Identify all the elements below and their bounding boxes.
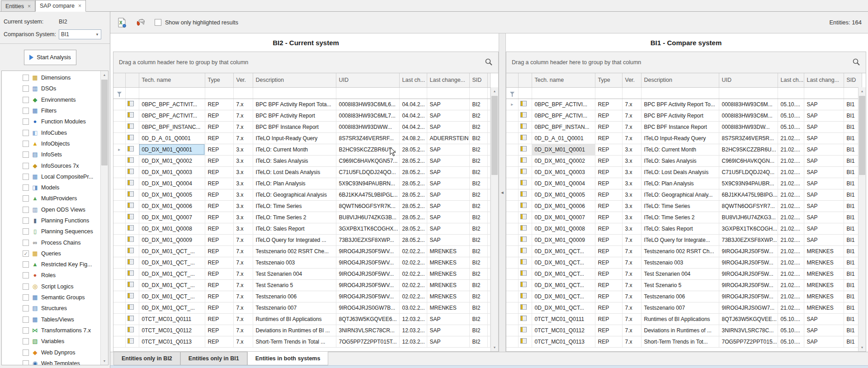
grid-cell[interactable]: 7.x (622, 132, 641, 144)
grid-cell[interactable]: Test Szenario 5 (253, 279, 336, 291)
grid-cell[interactable]: SAP (804, 212, 844, 223)
grid-cell[interactable]: REP (205, 144, 233, 155)
tree-item-models[interactable]: ◨Models (2, 182, 100, 193)
grid-cell[interactable]: BI2 (469, 302, 487, 313)
grid-cell[interactable]: REP (595, 132, 622, 144)
grid-cell[interactable]: REP (205, 291, 233, 302)
grid-cell[interactable]: 04.04.2... (399, 121, 427, 132)
grid-row[interactable]: 0TCT_MC01_Q0112REP7.xDeviations in Runti… (506, 325, 862, 336)
grid-cell[interactable]: 7.x (233, 302, 253, 313)
grid-cell[interactable]: Short-Term Trends in Total ... (253, 336, 336, 347)
scroll-up-icon[interactable]: ▲ (859, 87, 866, 95)
grid-cell[interactable]: ITeLO: Current Month (253, 144, 336, 155)
grid-cell[interactable]: BI2 (469, 336, 487, 347)
grid-cell[interactable]: REP (595, 144, 622, 155)
grid-cell[interactable]: 28.05.2... (399, 200, 427, 212)
column-header[interactable]: Ver. (622, 73, 641, 87)
grid-cell[interactable]: SAP (427, 325, 469, 336)
checkbox[interactable] (23, 327, 29, 334)
grid-cell[interactable]: REP (205, 313, 233, 325)
tree-item-planning-sequences[interactable]: ▯Planning Sequences (2, 226, 100, 237)
grid-row[interactable]: 0D_DX_M01_Q0006REP3.xITeLO: Time Series8… (113, 200, 491, 212)
grid-cell[interactable]: 8QWTN6OGFSYR7K... (336, 200, 399, 212)
grid-cell[interactable]: 0008I83HW93DWW... (336, 121, 399, 132)
column-header[interactable]: SID (844, 73, 862, 87)
grid-cell[interactable]: 21.02.... (778, 223, 804, 234)
tree-item-semantic-groups[interactable]: ▦Semantic Groups (2, 292, 100, 303)
grid-cell[interactable]: BI2 (469, 189, 487, 200)
grid-cell[interactable]: 12.03.2... (399, 336, 427, 347)
grid-cell[interactable]: REP (205, 110, 233, 121)
grid-cell[interactable]: REP (205, 223, 233, 234)
grid-cell[interactable]: REP (205, 245, 233, 257)
filter-icon[interactable] (510, 92, 514, 94)
grid-cell[interactable]: REP (205, 302, 233, 313)
scroll-up-icon[interactable]: ▲ (101, 71, 108, 79)
column-header[interactable]: Type (595, 73, 622, 87)
grid-cell[interactable]: ITeLO Input-Ready Query (641, 132, 719, 144)
grid-cell[interactable]: 0D_DX_M01_Q0007 (139, 212, 205, 223)
grid-cell[interactable]: 7.x (622, 245, 641, 257)
tree-item-dimensions[interactable]: ▦Dimensions (2, 72, 100, 83)
grid-cell[interactable]: 3.x (622, 223, 641, 234)
grid-cell[interactable]: 0008I83HW93C6M... (719, 99, 778, 110)
grid-cell[interactable]: 7.x (622, 325, 641, 336)
column-header[interactable]: Last chang... (804, 73, 844, 87)
grid-cell[interactable]: REP (595, 166, 622, 178)
grid-cell[interactable]: 0D_DX_M01_QCT... (532, 257, 595, 268)
tree-item-structures[interactable]: ▤Structures (2, 303, 100, 314)
grid-cell[interactable]: 04.04.2... (399, 110, 427, 121)
tree-item-function-modules[interactable]: ●Function Modules (2, 116, 100, 127)
grid-cell[interactable]: ITeLO: Sales Report (641, 223, 719, 234)
checkbox[interactable] (23, 184, 29, 191)
tree-item-script-logics[interactable]: ◎Script Logics (2, 281, 100, 292)
grid-cell[interactable]: SAP (804, 110, 844, 121)
grid-cell[interactable]: BPC BPF Instance Report (641, 121, 719, 132)
grid-cell[interactable]: 0D_DX_M01_Q0001 (139, 144, 205, 155)
checkbox[interactable] (23, 272, 29, 278)
grid-cell[interactable]: 3NIRN3VLSRC78CR... (336, 325, 399, 336)
tab-entities-both-systems[interactable]: Entities in both systems (247, 352, 329, 365)
column-header[interactable]: UID (336, 73, 399, 87)
grid-cell[interactable]: 0D_DX_M01_QCT_... (139, 268, 205, 279)
grid-cell[interactable]: REP (595, 313, 622, 325)
grid-cell[interactable]: 21.02.... (778, 291, 804, 302)
grid-cell[interactable]: 8QTJ63W5KGQVEE... (719, 313, 778, 325)
scroll-down-icon[interactable]: ▼ (491, 344, 498, 351)
grid-cell[interactable]: 9IROG4JRJS0F5WV... (336, 245, 399, 257)
grid-cell[interactable]: ITeLO: Sales Analysis (253, 155, 336, 166)
grid-cell[interactable]: MRENKES (804, 302, 844, 313)
grid-cell[interactable]: SAP (804, 132, 844, 144)
grid-cell[interactable]: Deviations in Runtimes of BI ... (253, 325, 336, 336)
grid-cell[interactable]: SAP (804, 325, 844, 336)
grid-cell[interactable]: REP (595, 291, 622, 302)
grid-cell[interactable]: ITeLO Input-Ready Query (253, 132, 336, 144)
grid-cell[interactable]: REP (205, 257, 233, 268)
column-header[interactable]: Last ch... (778, 73, 804, 87)
grid-cell[interactable]: BI2 (469, 99, 487, 110)
grid-row[interactable]: 0D_DX_M01_QCT_...REP7.xTest Szenarien 00… (113, 268, 491, 279)
checkbox[interactable] (23, 195, 29, 202)
grid-cell[interactable]: 9IROG4JRJS0F5WV... (336, 257, 399, 268)
tree-item-multiproviders[interactable]: ▲MultiProviders (2, 193, 100, 204)
column-header[interactable]: Tech. name (139, 73, 205, 87)
tree-item-filters[interactable]: ▦Filters (2, 105, 100, 116)
grid-cell[interactable]: REP (595, 268, 622, 279)
scroll-down-icon[interactable]: ▼ (101, 357, 108, 365)
grid-cell[interactable]: 7.x (233, 234, 253, 245)
grid-cell[interactable]: 21.02.... (778, 302, 804, 313)
grid-cell[interactable]: 0D_DX_M01_QCT_... (139, 257, 205, 268)
comparison-system-select[interactable]: BI1 ▼ (59, 29, 101, 39)
checkbox[interactable] (23, 316, 29, 323)
grid-cell[interactable]: 9IROG4JRJS0F5WV... (336, 268, 399, 279)
checkbox[interactable] (23, 228, 29, 235)
grid-cell[interactable]: 3.x (233, 223, 253, 234)
grid-cell[interactable]: REP (205, 166, 233, 178)
grid-cell[interactable]: 9IROG4JRJS0GW7B... (336, 302, 399, 313)
grid-cell[interactable]: BI2 (469, 166, 487, 178)
grid-row[interactable]: 0D_DX_M01_QCT...REP7.xTestszenario 0069I… (506, 291, 862, 302)
grid-cell[interactable]: ITeLO Query for Integrated ... (253, 234, 336, 245)
grid-cell[interactable]: 7.x (233, 268, 253, 279)
grid-cell[interactable]: REP (595, 189, 622, 200)
show-only-highlighted-option[interactable]: Show only highlighted results (155, 19, 238, 26)
